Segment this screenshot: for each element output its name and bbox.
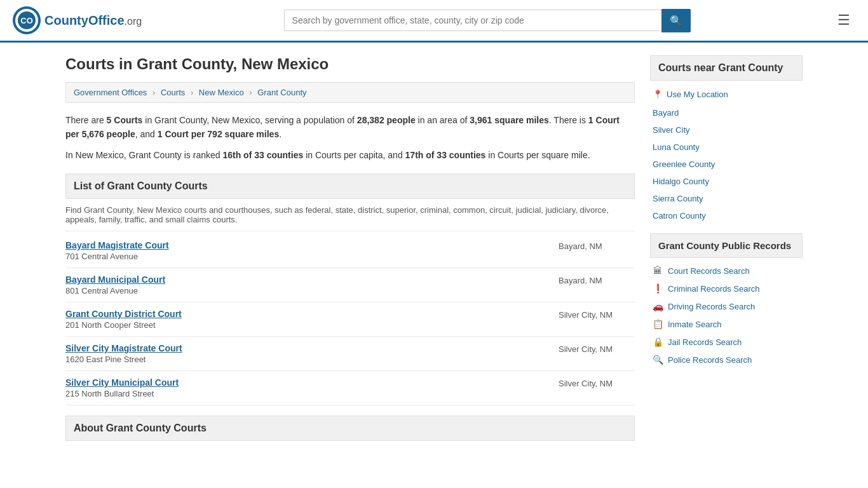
breadcrumb-link-courts[interactable]: Courts [161, 88, 185, 97]
court-name[interactable]: Bayard Municipal Court [65, 274, 559, 285]
court-address: 801 Central Avenue [65, 286, 559, 295]
logo-icon: CO [13, 6, 41, 34]
records-link[interactable]: Court Records Search [668, 266, 750, 276]
breadcrumb-link-nm[interactable]: New Mexico [199, 88, 244, 97]
court-name[interactable]: Silver City Magistrate Court [65, 343, 559, 353]
court-location: Silver City, NM [559, 377, 635, 388]
sidebar-nearby-links: BayardSilver CityLuna CountyGreenlee Cou… [650, 104, 803, 224]
about-section-header: About Grant County Courts [65, 416, 635, 441]
sidebar-courts-near-title: Courts near Grant County [650, 55, 803, 81]
sidebar-nearby-link: Silver City [650, 121, 803, 139]
nearby-link[interactable]: Bayard [653, 108, 679, 118]
court-info: Silver City Municipal Court 215 North Bu… [65, 377, 559, 398]
records-link-item: 🔒 Jail Records Search [650, 333, 803, 351]
records-icon: 🔍 [653, 355, 663, 365]
court-location: Bayard, NM [559, 240, 635, 251]
court-location: Bayard, NM [559, 274, 635, 285]
sidebar-nearby-link: Sierra County [650, 190, 803, 207]
use-my-location-link[interactable]: Use My Location [667, 90, 728, 99]
court-address: 701 Central Avenue [65, 252, 559, 261]
court-info: Grant County District Court 201 North Co… [65, 309, 559, 330]
nearby-link[interactable]: Hidalgo County [653, 177, 709, 186]
court-name[interactable]: Grant County District Court [65, 309, 559, 319]
content-area: Courts in Grant County, New Mexico Gover… [65, 55, 635, 441]
menu-button[interactable]: ☰ [832, 10, 855, 31]
records-icon: ❗ [653, 283, 663, 294]
records-icon: 🔒 [653, 337, 663, 347]
breadcrumb-link-grant[interactable]: Grant County [257, 88, 306, 97]
court-name[interactable]: Silver City Municipal Court [65, 377, 559, 388]
header: CO CountyOffice.org 🔍 ☰ [0, 0, 868, 43]
courts-section-description: Find Grant County, New Mexico courts and… [65, 199, 635, 231]
main-container: Courts in Grant County, New Mexico Gover… [53, 43, 815, 454]
records-link[interactable]: Inmate Search [668, 320, 722, 329]
records-link[interactable]: Police Records Search [668, 355, 752, 365]
sidebar-nearby-link: Luna County [650, 139, 803, 156]
sidebar-nearby-link: Greenlee County [650, 156, 803, 173]
search-area: 🔍 [284, 9, 691, 32]
records-icon: 🏛 [653, 266, 663, 276]
court-list-item: Bayard Municipal Court 801 Central Avenu… [65, 268, 635, 302]
records-link-item: 🚗 Driving Records Search [650, 297, 803, 315]
nearby-link[interactable]: Catron County [653, 211, 706, 220]
records-icon: 📋 [653, 319, 663, 329]
court-address: 1620 East Pine Street [65, 355, 559, 364]
sidebar-nearby-link: Bayard [650, 104, 803, 121]
court-list-item: Silver City Municipal Court 215 North Bu… [65, 371, 635, 405]
court-info: Silver City Magistrate Court 1620 East P… [65, 343, 559, 364]
sidebar-public-records-box: Grant County Public Records [650, 233, 803, 258]
search-button[interactable]: 🔍 [661, 9, 691, 32]
sidebar-use-my-location[interactable]: 📍 Use My Location [650, 85, 803, 104]
breadcrumb-link-gov[interactable]: Government Offices [74, 88, 147, 97]
courts-list: Bayard Magistrate Court 701 Central Aven… [65, 234, 635, 405]
records-link-item: 🏛 Court Records Search [650, 262, 803, 280]
records-link-item: ❗ Criminal Records Search [650, 280, 803, 297]
page-title: Courts in Grant County, New Mexico [65, 55, 635, 73]
stats-paragraph-2: In New Mexico, Grant County is ranked 16… [65, 148, 635, 162]
logo-area: CO CountyOffice.org [13, 6, 142, 34]
court-address: 201 North Cooper Street [65, 320, 559, 330]
search-input[interactable] [284, 10, 661, 31]
records-link[interactable]: Jail Records Search [668, 337, 742, 347]
court-name[interactable]: Bayard Magistrate Court [65, 240, 559, 250]
sidebar-nearby-link: Hidalgo County [650, 173, 803, 190]
logo-text: CountyOffice.org [44, 13, 142, 28]
court-info: Bayard Municipal Court 801 Central Avenu… [65, 274, 559, 295]
court-list-item: Bayard Magistrate Court 701 Central Aven… [65, 234, 635, 268]
court-location: Silver City, NM [559, 309, 635, 320]
nearby-link[interactable]: Sierra County [653, 194, 703, 203]
nearby-link[interactable]: Silver City [653, 125, 690, 135]
stats-paragraph-1: There are 5 Courts in Grant County, New … [65, 113, 635, 142]
sidebar-nearby-link: Catron County [650, 207, 803, 224]
nearby-link[interactable]: Luna County [653, 142, 700, 152]
records-link-item: 📋 Inmate Search [650, 315, 803, 333]
location-pin-icon: 📍 [653, 90, 663, 99]
court-address: 215 North Bullard Street [65, 389, 559, 398]
sidebar: Courts near Grant County 📍 Use My Locati… [650, 55, 803, 441]
court-location: Silver City, NM [559, 343, 635, 354]
court-info: Bayard Magistrate Court 701 Central Aven… [65, 240, 559, 261]
court-list-item: Silver City Magistrate Court 1620 East P… [65, 337, 635, 371]
records-link[interactable]: Criminal Records Search [668, 284, 760, 294]
records-link[interactable]: Driving Records Search [668, 302, 755, 311]
records-link-item: 🔍 Police Records Search [650, 351, 803, 369]
court-list-item: Grant County District Court 201 North Co… [65, 302, 635, 337]
public-records-title: Grant County Public Records [658, 240, 794, 251]
sidebar-records-links: 🏛 Court Records Search ❗ Criminal Record… [650, 262, 803, 369]
nearby-link[interactable]: Greenlee County [653, 159, 715, 169]
records-icon: 🚗 [653, 301, 663, 311]
svg-text:CO: CO [20, 16, 33, 25]
courts-section-header: List of Grant County Courts [65, 173, 635, 199]
breadcrumb: Government Offices › Courts › New Mexico… [65, 82, 635, 103]
